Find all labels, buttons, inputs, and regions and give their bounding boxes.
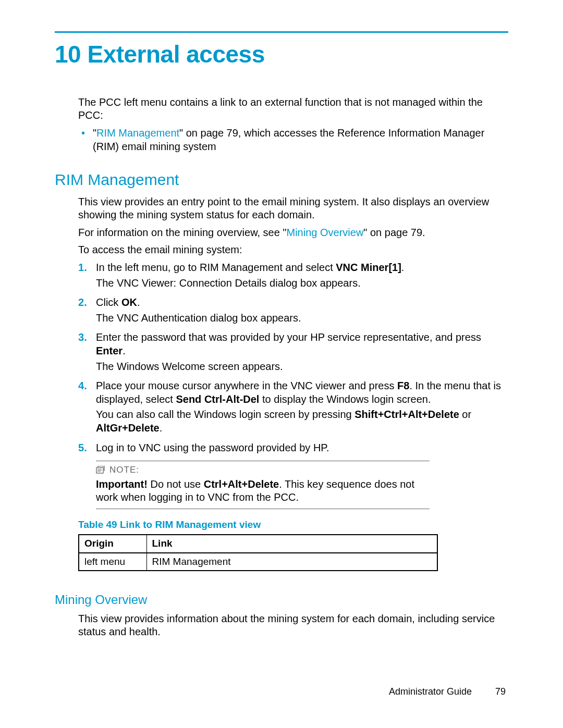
- page-footer: Administrator Guide 79: [389, 686, 506, 698]
- td-origin: left menu: [79, 553, 146, 571]
- step-1: In the left menu, go to RIM Management a…: [78, 261, 508, 290]
- mining-para: This view provides information about the…: [78, 612, 508, 639]
- rim-body: This view provides an entry point to the…: [78, 195, 508, 571]
- intro-bullets: "RIM Management" on page 79, which acces…: [78, 127, 508, 153]
- step-1-result: The VNC Viewer: Connection Details dialo…: [96, 277, 508, 290]
- rim-para1: This view provides an entry point to the…: [78, 195, 508, 222]
- steps-list: In the left menu, go to RIM Management a…: [78, 261, 508, 454]
- note-rule-bottom: [96, 509, 430, 509]
- chapter-title: External access: [87, 41, 264, 68]
- step-5: Log in to VNC using the password provide…: [78, 441, 508, 455]
- intro-block: The PCC left menu contains a link to an …: [78, 96, 508, 153]
- note-body: Important! Do not use Ctrl+Alt+Delete. T…: [96, 478, 430, 504]
- step-4: Place your mouse cursor anywhere in the …: [78, 379, 508, 435]
- table-row: left menu RIM Management: [79, 553, 437, 571]
- rim-heading: RIM Management: [55, 170, 508, 190]
- td-link: RIM Management: [146, 553, 437, 571]
- footer-page-number: 79: [495, 686, 506, 698]
- rim-para3: To access the email mining system:: [78, 243, 508, 257]
- th-link: Link: [146, 535, 437, 552]
- intro-paragraph: The PCC left menu contains a link to an …: [78, 96, 508, 122]
- note-rule-top: [96, 461, 430, 461]
- chapter-number: 10: [55, 41, 81, 68]
- table-caption: Table 49 Link to RIM Management view: [78, 519, 508, 531]
- note-icon: [96, 466, 105, 474]
- table-header-row: Origin Link: [79, 535, 437, 552]
- page-content: 10 External access The PCC left menu con…: [55, 31, 508, 643]
- note-label: NOTE:: [96, 464, 430, 476]
- step-4-alt: You can also call the Windows login scre…: [96, 408, 508, 435]
- rim-para2: For information on the mining overview, …: [78, 226, 508, 240]
- note-block: NOTE: Important! Do not use Ctrl+Alt+Del…: [96, 461, 430, 509]
- rim-link-table: Origin Link left menu RIM Management: [78, 534, 438, 571]
- th-origin: Origin: [79, 535, 146, 552]
- mining-heading: Mining Overview: [55, 592, 508, 608]
- intro-bullet-item: "RIM Management" on page 79, which acces…: [78, 127, 508, 153]
- step-2: Click OK. The VNC Authentication dialog …: [78, 296, 508, 325]
- step-3-result: The Windows Welcome screen appears.: [96, 360, 508, 374]
- rim-management-link[interactable]: RIM Management: [96, 127, 179, 139]
- mining-body: This view provides information about the…: [78, 612, 508, 639]
- top-rule: [55, 31, 508, 33]
- step-2-result: The VNC Authentication dialog box appear…: [96, 312, 508, 325]
- mining-overview-link[interactable]: Mining Overview: [287, 227, 364, 238]
- chapter-heading: 10 External access: [55, 39, 508, 70]
- footer-doc-title: Administrator Guide: [389, 686, 472, 697]
- step-3: Enter the password that was provided by …: [78, 331, 508, 373]
